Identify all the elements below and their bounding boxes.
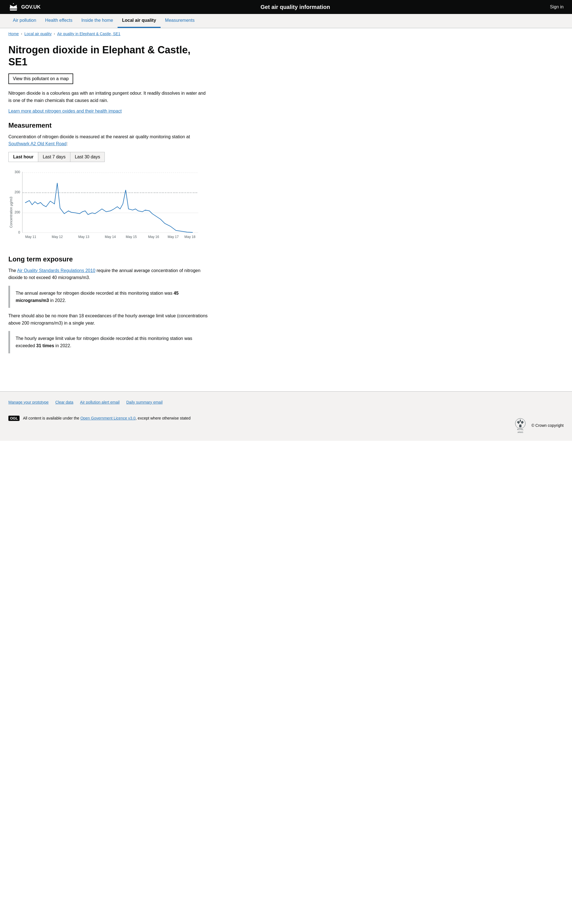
svg-rect-1 (10, 9, 17, 9)
site-header: GOV.UK Get air quality information Sign … (0, 0, 572, 14)
main-content: Nitrogen dioxide in Elephant & Castle, S… (0, 38, 218, 374)
aqsr-link[interactable]: Air Quality Standards Regulations 2010 (17, 268, 95, 273)
main-nav: Air pollution Health effects Inside the … (0, 14, 572, 28)
breadcrumb-local-air[interactable]: Local air quality (24, 31, 51, 36)
licence-text: All content is available under the Open … (23, 416, 191, 420)
concentration-chart: Concentration µg/m3 300 200 200 0 May 11… (8, 168, 204, 246)
gov-logo-text: GOV.UK (21, 4, 40, 10)
station-link[interactable]: Southwark A2 Old Kent Road (8, 141, 67, 146)
breadcrumb: Home › Local air quality › Air quality i… (0, 28, 572, 38)
nav-health-effects[interactable]: Health effects (41, 14, 77, 28)
svg-rect-31 (519, 425, 521, 427)
tab-last-30-days[interactable]: Last 30 days (70, 152, 105, 162)
svg-text:200: 200 (14, 190, 20, 194)
tab-last-hour[interactable]: Last hour (9, 152, 38, 162)
svg-text:May 14: May 14 (105, 235, 116, 239)
pollutant-description: Nitrogen dioxide is a colourless gas wit… (8, 90, 210, 104)
measurement-heading: Measurement (8, 121, 210, 129)
crown-icon (8, 3, 19, 11)
svg-text:May 16: May 16 (148, 235, 159, 239)
svg-text:May 17: May 17 (168, 235, 179, 239)
site-footer: Manage your prototype Clear data Air pol… (0, 391, 572, 441)
svg-text:0: 0 (18, 230, 20, 234)
breadcrumb-sep-2: › (54, 32, 55, 36)
tab-last-7-days[interactable]: Last 7 days (38, 152, 70, 162)
coat-of-arms-icon: ⚜ ROYAL ARMS (512, 416, 529, 435)
svg-text:200: 200 (14, 210, 20, 214)
svg-rect-2 (10, 10, 17, 10)
svg-marker-3 (10, 5, 17, 8)
footer-summary-email[interactable]: Daily summary email (126, 400, 163, 404)
svg-text:May 13: May 13 (78, 235, 89, 239)
chart-container: Concentration µg/m3 300 200 200 0 May 11… (8, 168, 204, 247)
svg-text:ROYAL: ROYAL (517, 429, 524, 430)
svg-text:May 12: May 12 (52, 235, 63, 239)
svg-text:Concentration µg/m3: Concentration µg/m3 (9, 197, 13, 228)
licence-link[interactable]: Open Government Licence v3.0 (81, 416, 136, 420)
long-term-text-1: The Air Quality Standards Regulations 20… (8, 267, 210, 281)
footer-clear-data[interactable]: Clear data (55, 400, 73, 404)
svg-text:300: 300 (14, 170, 20, 174)
page-title: Nitrogen dioxide in Elephant & Castle, S… (8, 44, 210, 68)
breadcrumb-home[interactable]: Home (8, 31, 19, 36)
footer-bottom: OGL All content is available under the O… (0, 416, 572, 441)
nav-inside-the-home[interactable]: Inside the home (77, 14, 118, 28)
svg-rect-0 (10, 8, 17, 9)
copyright-text: © Crown copyright (532, 423, 564, 428)
ogl-logo: OGL (8, 416, 20, 421)
long-term-heading: Long term exposure (8, 255, 210, 263)
measurement-text: Concentration of nitrogen dioxide is mea… (8, 133, 210, 148)
footer-manage-prototype[interactable]: Manage your prototype (8, 400, 48, 404)
time-tabs: Last hour Last 7 days Last 30 days (8, 152, 105, 162)
callout-hourly-limit: The hourly average limit value for nitro… (8, 331, 210, 353)
svg-text:ARMS: ARMS (518, 431, 524, 433)
signin-link[interactable]: Sign in (550, 5, 564, 9)
health-link[interactable]: Learn more about nitrogen oxides and the… (8, 109, 122, 113)
svg-text:May 15: May 15 (126, 235, 137, 239)
copyright-section: ⚜ ROYAL ARMS © Crown copyright (512, 416, 564, 435)
footer-top: Manage your prototype Clear data Air pol… (0, 391, 572, 416)
footer-links: Manage your prototype Clear data Air pol… (8, 400, 564, 404)
svg-text:May 18: May 18 (184, 235, 196, 239)
gov-logo: GOV.UK (8, 3, 40, 11)
long-term-text-2: There should also be no more than 18 exc… (8, 312, 210, 326)
view-map-button[interactable]: View this pollutant on a map (8, 73, 73, 84)
callout-annual-average: The annual average for nitrogen dioxide … (8, 286, 210, 308)
site-title: Get air quality information (261, 4, 330, 10)
licence-section: OGL All content is available under the O… (8, 416, 191, 421)
breadcrumb-current[interactable]: Air quality in Elephant & Castle, SE1 (57, 31, 120, 36)
nav-local-air-quality[interactable]: Local air quality (118, 14, 161, 28)
nav-measurements[interactable]: Measurements (161, 14, 199, 28)
footer-alert-email[interactable]: Air pollution alert email (80, 400, 120, 404)
nav-air-pollution[interactable]: Air pollution (8, 14, 41, 28)
svg-text:May 11: May 11 (25, 235, 36, 239)
breadcrumb-sep-1: › (21, 32, 22, 36)
